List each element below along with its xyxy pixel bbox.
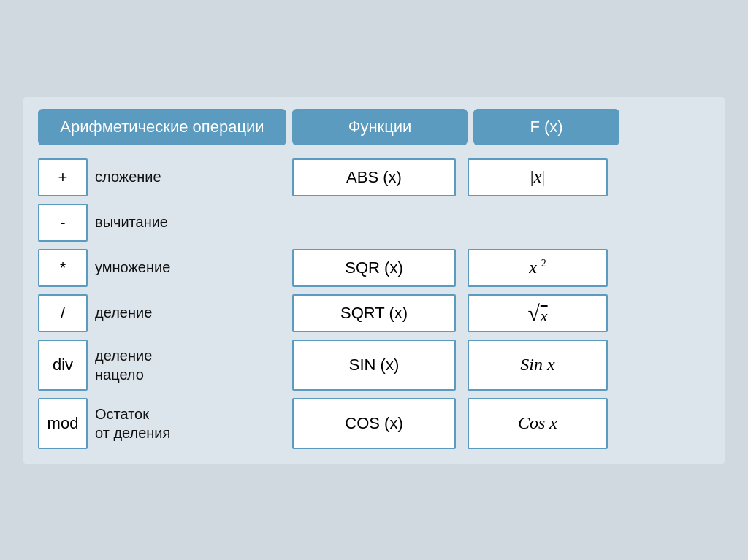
fx-sin: Sin x (468, 340, 608, 391)
op-div-box: / (38, 294, 88, 332)
header-row: Арифметические операции Функции F (x) (38, 109, 710, 145)
func-cos-label: COS (x) (345, 414, 402, 433)
fx-abs-value: |x| (530, 167, 545, 187)
func-sqr: SQR (x) (292, 249, 456, 287)
func-sin-label: SIN (x) (349, 356, 399, 375)
fx-abs: |x| (468, 158, 608, 196)
op-mul-label: умножение (95, 259, 170, 276)
op-mod-box: mod (38, 398, 88, 449)
op-row-mul: * умножение (38, 249, 276, 287)
op-minus-symbol: - (60, 213, 65, 232)
op-mod-label: Остатокот деления (95, 404, 170, 442)
op-minus-box: - (38, 204, 88, 242)
func-sqrt-label: SQRT (x) (340, 304, 408, 323)
op-row-div-int: div делениенацело (38, 340, 276, 391)
header-fx: F (x) (473, 109, 619, 145)
func-abs: ABS (x) (292, 158, 456, 196)
op-mod-symbol: mod (47, 414, 79, 433)
op-mul-box: * (38, 249, 88, 287)
op-row-plus: + сложение (38, 158, 276, 196)
func-cos: COS (x) (292, 398, 456, 449)
arithmetic-ops-column: + сложение - вычитание * умножение / (38, 158, 286, 449)
fx-sqr-value: x 2 (529, 258, 546, 277)
fx-sqrt: √x (468, 294, 608, 332)
functions-column: ABS (x) SQR (x) SQRT (x) SIN (x) COS (x) (286, 158, 462, 449)
op-row-mod: mod Остатокот деления (38, 398, 276, 449)
content-grid: + сложение - вычитание * умножение / (38, 158, 710, 449)
fx-column: |x| x 2 √x Sin x (462, 158, 608, 449)
main-container: Арифметические операции Функции F (x) + … (23, 97, 725, 464)
func-sqr-label: SQR (x) (345, 258, 402, 277)
op-row-minus: - вычитание (38, 204, 276, 242)
op-minus-label: вычитание (95, 214, 168, 231)
fx-sin-value: Sin x (520, 355, 554, 375)
op-row-div: / деление (38, 294, 276, 332)
op-divint-symbol: div (53, 356, 73, 375)
header-functions: Функции (292, 109, 468, 145)
op-plus-label: сложение (95, 169, 161, 185)
fx-cos: Cos x (468, 398, 608, 449)
op-plus-box: + (38, 158, 88, 196)
header-arithmetic: Арифметические операции (38, 109, 286, 145)
op-plus-symbol: + (58, 168, 68, 187)
op-div-label: деление (95, 304, 152, 321)
func-abs-label: ABS (x) (346, 168, 402, 187)
func-sqrt: SQRT (x) (292, 294, 456, 332)
fx-sqrt-value: √x (527, 301, 547, 326)
op-mul-symbol: * (60, 258, 66, 277)
op-divint-box: div (38, 340, 88, 391)
fx-cos-value: Cos x (518, 413, 557, 433)
func-sin: SIN (x) (292, 340, 456, 391)
fx-sqr: x 2 (468, 249, 608, 287)
op-div-symbol: / (61, 304, 65, 323)
op-divint-label: делениенацело (95, 346, 152, 384)
